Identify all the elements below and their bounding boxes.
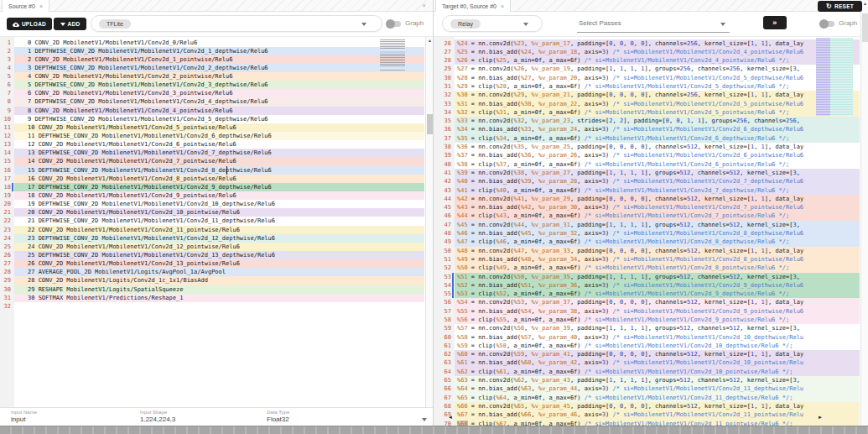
code-line[interactable]: 1110 CONV_2D MobilenetV1/MobilenetV1/Con… [0,123,424,132]
code-line[interactable]: 63%61 = nn.bias_add(%60, %v_param_42, ax… [434,358,860,367]
code-line[interactable]: 64%62 = clip(%61, a_min=0f, a_max=6f) /*… [434,368,860,376]
code-line[interactable]: 21 DEPTHWISE_CONV_2D MobilenetV1/Mobilen… [0,47,424,55]
code-line[interactable]: 47%45 = nn.conv2d(%44, %v_param_31, padd… [434,221,860,229]
code-line[interactable]: 33%31 = nn.bias_add(%30, %v_param_22, ax… [434,100,860,108]
target-vertical-scrollbar[interactable]: ▲ [860,0,868,426]
code-line[interactable]: 76 CONV_2D MobilenetV1/MobilenetV1/Conv2… [0,89,424,97]
code-line[interactable]: 61%59 = clip(%58, a_min=0f, a_max=6f) /*… [434,342,860,350]
code-line[interactable]: 1312 CONV_2D MobilenetV1/MobilenetV1/Con… [0,140,424,149]
scroll-left-icon[interactable]: ◄ [448,415,453,420]
add-button[interactable]: ADD [54,18,86,30]
code-line[interactable]: 38%36 = nn.conv2d(%35, %v_param_25, padd… [434,143,860,151]
code-line[interactable]: 32 CONV_2D MobilenetV1/MobilenetV1/Conv2… [0,55,424,64]
code-line[interactable]: 1817 DEPTHWISE_CONV_2D MobilenetV1/Mobil… [0,183,424,191]
code-line[interactable]: 3029 RESHAPE MobilenetV1/Logits/SpatialS… [0,285,424,294]
code-line[interactable]: 50%48 = nn.conv2d(%47, %v_param_33, padd… [434,247,860,255]
input-shape-value[interactable]: 1,224,224,3 [140,416,175,423]
language-chip-tflite[interactable]: TFLite [99,19,131,29]
code-line[interactable]: 10 CONV_2D MobilenetV1/MobilenetV1/Conv2… [0,39,424,47]
code-line[interactable]: 32%30 = nn.conv2d(%29, %v_param_21, padd… [434,91,860,99]
code-line[interactable]: 45%43 = nn.bias_add(%42, %v_param_30, ax… [434,203,860,212]
target-language-select[interactable]: Relay [442,15,543,32]
code-line[interactable]: 3130 SOFTMAX MobilenetV1/Predictions/Res… [0,294,424,302]
code-line[interactable]: 58%56 = clip(%55, a_min=0f, a_max=6f) /*… [434,316,860,324]
language-chip-relay[interactable]: Relay [450,19,481,29]
code-line[interactable]: 40%38 = clip(%37, a_min=0f, a_max=6f) /*… [434,160,860,169]
code-line[interactable]: 39%37 = nn.bias_add(%36, %v_param_26, ax… [434,151,860,159]
code-line[interactable]: 43%41 = clip(%40, a_min=0f, a_max=6f) /*… [434,186,860,195]
code-line[interactable]: 54%52 = nn.bias_add(%51, %v_param_36, ax… [434,281,860,290]
code-line[interactable]: 27%25 = nn.bias_add(%24, %v_param_18, ax… [434,48,860,56]
chevron-down-icon[interactable] [422,418,427,421]
upload-button[interactable]: UPLOAD [7,18,52,30]
code-line[interactable]: 65%63 = nn.conv2d(%62, %v_param_43, padd… [434,376,860,384]
code-line[interactable]: 32 [0,302,424,311]
code-line[interactable]: 1615 DEPTHWISE_CONV_2D MobilenetV1/Mobil… [0,166,424,175]
code-line[interactable]: 53%51 = nn.conv2d(%50, %v_param_35, padd… [434,273,860,281]
source-vertical-scrollbar[interactable]: ▲ [425,37,433,407]
code-line[interactable]: 2019 DEPTHWISE_CONV_2D MobilenetV1/Mobil… [0,200,424,208]
code-line[interactable]: 87 DEPTHWISE_CONV_2D MobilenetV1/Mobilen… [0,97,424,106]
code-line[interactable]: 51%49 = nn.bias_add(%48, %v_param_34, ax… [434,255,860,264]
select-passes[interactable]: Select Passes [577,16,730,33]
code-line[interactable]: 98 CONV_2D MobilenetV1/MobilenetV1/Conv2… [0,107,424,115]
code-line[interactable]: 55%53 = clip(%52, a_min=0f, a_max=6f) /*… [434,290,860,298]
scroll-right-icon[interactable]: ► [818,415,823,420]
code-line[interactable]: 37%35 = clip(%34, a_min=0f, a_max=6f) /*… [434,134,860,143]
code-line[interactable]: 2221 DEPTHWISE_CONV_2D MobilenetV1/Mobil… [0,217,424,225]
code-line[interactable]: 34%32 = clip(%31, a_min=0f, a_max=6f) /*… [434,108,860,117]
code-line[interactable]: 60%58 = nn.bias_add(%57, %v_param_40, ax… [434,333,860,342]
code-line[interactable]: 29%27 = nn.conv2d(%26, %v_param_19, padd… [434,65,860,73]
code-line[interactable]: 66%64 = nn.bias_add(%63, %v_param_44, ax… [434,384,860,393]
reset-button[interactable]: ↻ RESET [818,1,862,12]
code-line[interactable]: 36%34 = nn.bias_add(%33, %v_param_24, ax… [434,125,860,133]
source-minimap[interactable] [380,39,405,71]
code-line[interactable]: 46%44 = clip(%43, a_min=0f, a_max=6f) /*… [434,212,860,220]
code-line[interactable]: 2928 CONV_2D MobilenetV1/Logits/Conv2d_1… [0,276,424,285]
scroll-up-icon[interactable]: ▲ [427,39,433,43]
code-line[interactable]: 56%54 = nn.conv2d(%53, %v_param_37, padd… [434,298,860,306]
close-icon[interactable]: × [39,3,43,9]
code-line[interactable]: 28%26 = clip(%25, a_min=0f, a_max=6f) /*… [434,56,860,65]
code-line[interactable]: 35%33 = nn.conv2d(%32, %v_param_23, stri… [434,117,860,125]
code-line[interactable]: 65 DEPTHWISE_CONV_2D MobilenetV1/Mobilen… [0,81,424,89]
code-line[interactable]: 2322 CONV_2D MobilenetV1/MobilenetV1/Con… [0,226,424,234]
code-line[interactable]: 2625 DEPTHWISE_CONV_2D MobilenetV1/Mobil… [0,251,424,259]
code-line[interactable]: 2827 AVERAGE_POOL_2D MobilenetV1/Logits/… [0,268,424,276]
code-line[interactable]: 31%29 = clip(%28, a_min=0f, a_max=6f) /*… [434,82,860,91]
close-icon[interactable]: × [501,3,504,9]
tab-source-0[interactable]: Source #0 × [2,0,49,12]
code-line[interactable]: 1918 CONV_2D MobilenetV1/MobilenetV1/Con… [0,191,424,200]
code-line[interactable]: 62%60 = nn.conv2d(%59, %v_param_41, padd… [434,350,860,358]
code-line[interactable]: 30%28 = nn.bias_add(%27, %v_param_20, ax… [434,74,860,82]
code-line[interactable]: 109 DEPTHWISE_CONV_2D MobilenetV1/Mobile… [0,115,424,123]
input-name-value[interactable]: input [11,416,37,423]
code-line[interactable]: 43 DEPTHWISE_CONV_2D MobilenetV1/Mobilen… [0,64,424,72]
target-minimap[interactable] [816,38,853,116]
code-line[interactable]: 1413 DEPTHWISE_CONV_2D MobilenetV1/Mobil… [0,149,424,157]
tab-target-0[interactable]: Target #0, Source #0 × [435,0,511,12]
source-code-editor[interactable]: 10 CONV_2D MobilenetV1/MobilenetV1/Conv2… [0,37,424,407]
code-line[interactable]: 42%40 = nn.bias_add(%39, %v_param_28, ax… [434,177,860,186]
code-line[interactable]: 26%24 = nn.conv2d(%23, %v_param_17, padd… [434,39,860,48]
code-line[interactable]: 1211 DEPTHWISE_CONV_2D MobilenetV1/Mobil… [0,132,424,140]
code-line[interactable]: 2423 DEPTHWISE_CONV_2D MobilenetV1/Mobil… [0,234,424,243]
code-line[interactable]: 2524 CONV_2D MobilenetV1/MobilenetV1/Con… [0,243,424,251]
code-line[interactable]: 48%46 = nn.bias_add(%45, %v_param_32, ax… [434,229,860,238]
code-line[interactable]: 68%66 = nn.conv2d(%65, %v_param_45, padd… [434,402,860,410]
code-line[interactable]: 1716 CONV_2D MobilenetV1/MobilenetV1/Con… [0,175,424,183]
code-line[interactable]: 67%65 = clip(%64, a_min=0f, a_max=6f) /*… [434,394,860,402]
code-line[interactable]: 59%57 = nn.conv2d(%56, %v_param_39, padd… [434,324,860,332]
close-panel-icon[interactable]: × [422,2,426,9]
code-line[interactable]: 2726 CONV_2D MobilenetV1/MobilenetV1/Con… [0,259,424,268]
scrollbar-thumb[interactable] [427,114,433,134]
code-line[interactable]: 41%39 = nn.conv2d(%38, %v_param_27, padd… [434,169,860,177]
graph-toggle[interactable] [821,21,834,27]
scrollbar-thumb[interactable] [862,13,868,42]
code-line[interactable]: 52%50 = clip(%49, a_min=0f, a_max=6f) /*… [434,264,860,272]
code-line[interactable]: 54 CONV_2D MobilenetV1/MobilenetV1/Conv2… [0,72,424,81]
source-language-select[interactable]: TFLite [91,15,382,32]
code-line[interactable]: 49%47 = clip(%46, a_min=0f, a_max=6f) /*… [434,238,860,246]
graph-toggle[interactable] [387,21,401,27]
horizontal-scrollbar[interactable] [0,426,868,434]
